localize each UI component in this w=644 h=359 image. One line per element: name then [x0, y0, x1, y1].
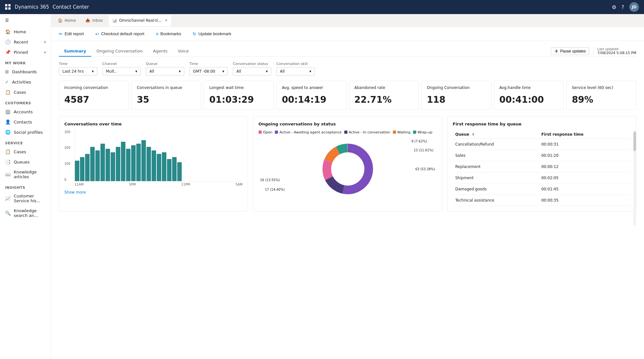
show-more-button[interactable]: Show more	[64, 190, 86, 195]
timezone-dropdown-icon: ▾	[222, 69, 224, 74]
conv-skill-dropdown-icon: ▾	[309, 69, 311, 74]
tab-close-icon[interactable]: ✕	[165, 19, 167, 22]
bookmarks-button[interactable]: ≡ Bookmarks	[153, 30, 184, 38]
kpi-avg-speed: Avg. speed to answer 00:14:19	[276, 81, 346, 110]
kpi-incoming-conv: Incoming conversation 4587	[59, 81, 129, 110]
tab-summary[interactable]: Summary	[59, 46, 91, 57]
sidebar-item-activities[interactable]: ✓ Activities	[0, 77, 51, 87]
sidebar-toggle[interactable]: ☰	[0, 14, 51, 27]
table-row: Sales 00:01:20	[453, 150, 631, 161]
grid-menu-icon[interactable]	[5, 4, 11, 10]
kpi-conv-in-queue: Conversations in queue 35	[131, 81, 202, 110]
tab-home[interactable]: 🏠 Home	[54, 15, 80, 26]
recent-arrow-icon: ▾	[44, 40, 46, 44]
home-icon: 🏠	[5, 29, 11, 34]
sidebar-item-knowledge-search[interactable]: 🔍 Knowledge search an...	[0, 206, 51, 220]
my-work-section: My Work	[0, 57, 51, 67]
customers-section: Customers	[0, 97, 51, 107]
bar	[106, 149, 110, 181]
bar	[172, 157, 177, 181]
update-bookmark-button[interactable]: ↻ Update bookmark	[190, 30, 234, 38]
sidebar: ☰ 🏠 Home 🕐 Recent ▾ 📌 Pinned ▾ My Work ⊞…	[0, 14, 51, 359]
checkout-report-button[interactable]: ↩ Checkout default report	[93, 30, 147, 38]
svg-point-9	[331, 152, 364, 186]
bar	[147, 147, 151, 181]
filter-time-select[interactable]: Last 24 hrs ▾	[59, 67, 97, 76]
legend-in-conversation: Active - In conversation	[344, 130, 390, 134]
edit-report-button[interactable]: ✏ Edit report	[56, 30, 86, 38]
bar	[80, 157, 84, 181]
checkout-icon: ↩	[95, 31, 99, 36]
bar	[126, 149, 131, 181]
cs-history-icon: 📈	[5, 196, 11, 201]
bar	[75, 161, 79, 181]
filter-timezone-select[interactable]: GMT -08:00 ▾	[189, 67, 228, 76]
svg-rect-1	[8, 4, 11, 6]
kpi-ongoing-conv: Ongoing Conversation 118	[421, 81, 491, 110]
insights-section: Insights	[0, 182, 51, 191]
content-area: Summary Ongoing Conversation Agents Voic…	[51, 41, 644, 359]
settings-icon[interactable]: ⚙	[612, 4, 616, 10]
bar-chart-title: Conversations over time	[64, 122, 242, 126]
social-icon: 🌐	[5, 130, 11, 135]
bar-chart-card: Conversations over time 300 200 100 0	[59, 116, 248, 211]
svg-rect-0	[5, 4, 7, 6]
bar	[141, 140, 146, 181]
queue-table-scroll[interactable]: Queue ↑ First response time Cancellation…	[453, 130, 631, 206]
sidebar-item-cs-history[interactable]: 📈 Customer Service his...	[0, 191, 51, 206]
pinned-arrow-icon: ▾	[44, 51, 46, 54]
dashboards-icon: ⊞	[5, 69, 9, 74]
queue-table-title: First response time by queue	[453, 122, 631, 126]
legend-wrapup: Wrap-up	[413, 130, 433, 134]
sidebar-item-recent[interactable]: 🕐 Recent ▾	[0, 37, 51, 47]
filter-conv-status-select[interactable]: All ▾	[233, 67, 271, 76]
filter-channel-select[interactable]: Mult.. ▾	[102, 67, 141, 76]
tab-omnichannel[interactable]: 📊 Omnichannel Real-ti... ✕	[108, 15, 171, 26]
help-icon[interactable]: ?	[622, 4, 624, 10]
table-row: Replacement 00:00:12	[453, 161, 631, 172]
filter-channel: Channel Mult.. ▾	[102, 62, 141, 76]
app-logo: Dynamics 365 Contact Center	[15, 4, 89, 10]
avatar[interactable]: JD	[629, 2, 639, 12]
queue-dropdown-icon: ▾	[179, 69, 181, 74]
toolbar: ✏ Edit report ↩ Checkout default report …	[51, 27, 644, 41]
kpi-avg-handle: Avg.handle time 00:41:00	[494, 81, 564, 110]
bar	[116, 147, 120, 181]
sidebar-item-queues[interactable]: 📑 Queues	[0, 157, 51, 167]
channel-dropdown-icon: ▾	[135, 69, 137, 74]
sidebar-item-cases-my[interactable]: 📋 Cases	[0, 87, 51, 97]
donut-legend: Open Active - Awaiting agent acceptance …	[258, 130, 437, 134]
table-scrollbar[interactable]	[633, 131, 636, 225]
queue-table: Queue ↑ First response time Cancellation…	[453, 130, 631, 206]
svg-rect-2	[5, 7, 7, 10]
sidebar-item-knowledge[interactable]: 📖 Knowledge articles	[0, 167, 51, 182]
sidebar-item-cases-service[interactable]: 📋 Cases	[0, 147, 51, 157]
kpi-row: Incoming conversation 4587 Conversations…	[59, 81, 636, 110]
filters-row: Time Last 24 hrs ▾ Channel Mult.. ▾ Queu…	[59, 62, 636, 76]
queues-icon: 📑	[5, 159, 11, 164]
sidebar-item-dashboards[interactable]: ⊞ Dashboards	[0, 67, 51, 77]
tab-voice[interactable]: Voice	[173, 46, 194, 57]
sidebar-item-contacts[interactable]: 👤 Contacts	[0, 117, 51, 127]
response-time-col-header: First response time	[539, 130, 631, 139]
table-row: Damaged goods 00:01:45	[453, 183, 631, 195]
sidebar-item-social[interactable]: 🌐 Social profiles	[0, 127, 51, 137]
filter-conv-skill: Conversation skill All ▾	[276, 62, 315, 76]
bar	[162, 152, 166, 181]
kpi-abandoned-rate: Abandoned rate 22.71%	[349, 81, 419, 110]
sidebar-item-accounts[interactable]: 🏢 Accounts	[0, 107, 51, 117]
tab-inbox[interactable]: 📥 Inbox	[81, 15, 107, 26]
bar	[100, 144, 105, 181]
filter-timezone: Time GMT -08:00 ▾	[189, 62, 228, 76]
queue-table-card: First response time by queue Queue ↑ Fir…	[447, 116, 636, 211]
tab-agents[interactable]: Agents	[148, 46, 172, 57]
conv-status-dropdown-icon: ▾	[266, 69, 268, 74]
contacts-icon: 👤	[5, 119, 11, 124]
sidebar-item-pinned[interactable]: 📌 Pinned ▾	[0, 47, 51, 57]
svg-rect-3	[8, 7, 11, 10]
filter-conv-skill-select[interactable]: All ▾	[276, 67, 315, 76]
pause-updates-button[interactable]: ⏸ Pause updates	[551, 47, 589, 55]
sidebar-item-home[interactable]: 🏠 Home	[0, 27, 51, 37]
tab-ongoing[interactable]: Ongoing Conversation	[91, 46, 148, 57]
filter-queue-select[interactable]: All ▾	[146, 67, 184, 76]
